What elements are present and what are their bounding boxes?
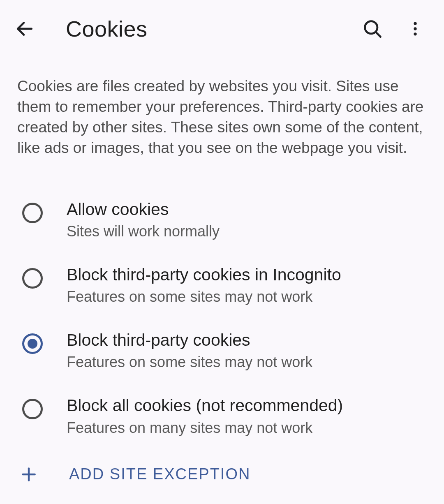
option-allow-cookies[interactable]: Allow cookies Sites will work normally: [0, 187, 444, 252]
option-subtitle: Sites will work normally: [67, 223, 427, 240]
search-button[interactable]: [356, 12, 389, 45]
cookies-description: Cookies are files created by websites yo…: [0, 58, 444, 162]
option-subtitle: Features on some sites may not work: [67, 288, 427, 305]
svg-line-2: [376, 32, 381, 37]
option-title: Block all cookies (not recommended): [67, 395, 427, 416]
page-title: Cookies: [66, 16, 356, 42]
svg-point-3: [414, 22, 416, 25]
overflow-menu-button[interactable]: [399, 12, 432, 45]
radio-icon: [22, 203, 43, 223]
radio-icon: [22, 399, 43, 419]
add-site-exception-label: ADD SITE EXCEPTION: [69, 465, 250, 483]
more-vert-icon: [406, 20, 424, 38]
arrow-left-icon: [14, 18, 35, 39]
plus-icon: [20, 465, 38, 483]
option-block-third-party-incognito[interactable]: Block third-party cookies in Incognito F…: [0, 252, 444, 318]
svg-point-4: [414, 27, 416, 30]
option-subtitle: Features on many sites may not work: [67, 419, 427, 437]
toolbar: Cookies: [0, 0, 444, 58]
option-block-all-cookies[interactable]: Block all cookies (not recommended) Feat…: [0, 383, 444, 449]
back-button[interactable]: [8, 12, 41, 45]
option-block-third-party[interactable]: Block third-party cookies Features on so…: [0, 318, 444, 383]
radio-icon: [22, 333, 43, 354]
toolbar-actions: [356, 12, 432, 45]
option-title: Allow cookies: [67, 199, 427, 220]
option-title: Block third-party cookies in Incognito: [67, 265, 427, 285]
radio-icon: [22, 268, 43, 289]
option-title: Block third-party cookies: [67, 330, 427, 350]
add-site-exception-button[interactable]: ADD SITE EXCEPTION: [0, 449, 444, 496]
option-subtitle: Features on some sites may not work: [67, 354, 427, 371]
svg-point-5: [414, 32, 416, 35]
search-icon: [362, 18, 383, 39]
cookie-options-group: Allow cookies Sites will work normally B…: [0, 162, 444, 449]
